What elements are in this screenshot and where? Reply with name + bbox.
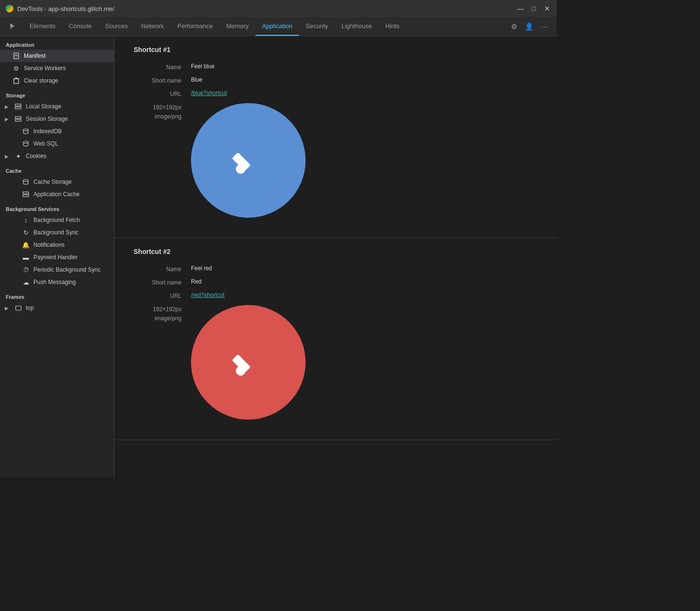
- svg-point-11: [23, 141, 28, 143]
- svg-rect-6: [15, 104, 21, 106]
- local-storage-label: Local Storage: [26, 103, 110, 110]
- minimize-button[interactable]: —: [517, 5, 524, 12]
- cache-storage-icon: [22, 178, 30, 186]
- shortcut-1-url-row: URL /blue?shortcut: [134, 90, 538, 97]
- sidebar-item-background-sync[interactable]: ↻ Background Sync: [0, 226, 114, 239]
- svg-rect-7: [15, 107, 21, 109]
- svg-point-10: [23, 129, 28, 131]
- payment-handler-label: Payment Handler: [33, 254, 110, 261]
- tab-bar: Elements Console Sources Network Perform…: [0, 17, 557, 36]
- background-fetch-icon: ↕: [22, 216, 30, 224]
- sidebar-item-local-storage[interactable]: ▶ Local Storage: [0, 100, 114, 113]
- sidebar-item-periodic-background-sync[interactable]: ⏱ Periodic Background Sync: [0, 263, 114, 276]
- clear-storage-label: Clear storage: [24, 77, 110, 84]
- tab-bar-actions: ⚙ 👤 ⋯: [507, 17, 555, 36]
- push-messaging-label: Push Messaging: [33, 279, 110, 285]
- shortcut-2-format: image/png: [134, 314, 181, 323]
- close-button[interactable]: ✕: [543, 5, 551, 12]
- application-cache-icon: [22, 190, 30, 198]
- svg-point-12: [23, 179, 28, 181]
- top-arrow: ▶: [5, 306, 11, 311]
- title-bar-text: DevTools - app-shortcuts.glitch.me/: [17, 5, 513, 12]
- shortcut-1-section: Shortcut #1 Name Feel blue Short name Bl…: [115, 36, 557, 238]
- notifications-icon: 🔔: [22, 241, 30, 249]
- sidebar-item-service-workers[interactable]: ⚙ Service Workers: [0, 62, 114, 74]
- service-workers-icon: ⚙: [12, 64, 20, 72]
- sidebar-item-indexeddb[interactable]: IndexedDB: [0, 125, 114, 137]
- periodic-background-sync-icon: ⏱: [22, 266, 30, 274]
- sidebar-item-manifest[interactable]: Manifest: [0, 50, 114, 62]
- session-storage-arrow: ▶: [5, 116, 11, 122]
- shortcut-2-shortname-row: Short name Red: [134, 278, 538, 286]
- svg-point-17: [236, 164, 245, 174]
- tab-memory[interactable]: Memory: [220, 17, 255, 36]
- payment-handler-icon: ▬: [22, 253, 30, 261]
- tab-console[interactable]: Console: [62, 17, 98, 36]
- cookies-label: Cookies: [26, 153, 110, 159]
- session-storage-icon: [14, 115, 22, 123]
- sidebar-item-push-messaging[interactable]: ☁ Push Messaging: [0, 276, 114, 288]
- sidebar-item-web-sql[interactable]: Web SQL: [0, 137, 114, 150]
- svg-point-19: [236, 366, 245, 376]
- cookies-icon: ✦: [14, 152, 22, 160]
- tab-application[interactable]: Application: [255, 17, 299, 36]
- sidebar-item-clear-storage[interactable]: Clear storage: [0, 74, 114, 87]
- tab-lighthouse[interactable]: Lighthouse: [335, 17, 379, 36]
- application-cache-label: Application Cache: [33, 191, 110, 198]
- shortcut-1-shortname-value: Blue: [191, 76, 202, 83]
- svg-rect-14: [23, 195, 29, 197]
- sidebar-item-background-fetch[interactable]: ↕ Background Fetch: [0, 214, 114, 226]
- notifications-label: Notifications: [33, 242, 110, 248]
- sidebar-item-cookies[interactable]: ▶ ✦ Cookies: [0, 150, 114, 162]
- sidebar-item-notifications[interactable]: 🔔 Notifications: [0, 239, 114, 251]
- shortcut-1-url-value[interactable]: /blue?shortcut: [191, 90, 227, 96]
- manifest-label: Manifest: [24, 53, 110, 59]
- local-storage-icon: [14, 103, 22, 110]
- tab-elements[interactable]: Elements: [23, 17, 62, 36]
- shortcut-2-image-info: 192×192px image/png: [134, 305, 191, 323]
- shortcut-1-dimensions: 192×192px: [134, 103, 181, 112]
- shortcut-2-url-value[interactable]: /red?shortcut: [191, 292, 224, 298]
- tab-security[interactable]: Security: [299, 17, 335, 36]
- tab-hints[interactable]: Hints: [379, 17, 406, 36]
- tab-cursor[interactable]: [2, 17, 23, 36]
- tab-performance[interactable]: Performance: [170, 17, 219, 36]
- sidebar: Application Manifest ⚙ Service Workers C…: [0, 36, 115, 477]
- shortcut-2-image-row: 192×192px image/png: [134, 305, 538, 420]
- shortcut-1-icon-preview: [191, 103, 306, 218]
- shortcut-2-shortname-label: Short name: [134, 278, 191, 286]
- manifest-icon: [12, 52, 20, 60]
- sidebar-item-session-storage[interactable]: ▶ Session Storage: [0, 113, 114, 125]
- svg-rect-15: [16, 306, 21, 310]
- maximize-button[interactable]: □: [530, 5, 538, 12]
- user-button[interactable]: 👤: [522, 20, 536, 33]
- sidebar-item-top[interactable]: ▶ top: [0, 302, 114, 314]
- shortcut-2-dimensions: 192×192px: [134, 305, 181, 314]
- shortcut-2-icon-preview: [191, 305, 306, 420]
- settings-button[interactable]: ⚙: [507, 20, 520, 33]
- shortcut-1-format: image/png: [134, 112, 181, 121]
- service-workers-label: Service Workers: [24, 65, 110, 72]
- svg-rect-3: [14, 79, 19, 84]
- content-area: Shortcut #1 Name Feel blue Short name Bl…: [115, 36, 557, 477]
- devtools-icon: [6, 5, 13, 12]
- shortcut-2-url-label: URL: [134, 292, 191, 299]
- main-layout: Application Manifest ⚙ Service Workers C…: [0, 36, 557, 477]
- svg-rect-9: [15, 119, 21, 121]
- shortcut-2-title: Shortcut #2: [134, 248, 538, 255]
- top-icon: [14, 304, 22, 312]
- tab-sources[interactable]: Sources: [98, 17, 135, 36]
- more-button[interactable]: ⋯: [538, 20, 551, 33]
- tab-network[interactable]: Network: [135, 17, 171, 36]
- sidebar-item-application-cache[interactable]: Application Cache: [0, 188, 114, 200]
- shortcut-1-shortname-label: Short name: [134, 76, 191, 84]
- svg-rect-13: [23, 192, 29, 194]
- brush-icon-blue: [229, 141, 267, 179]
- sidebar-section-frames: Frames: [0, 288, 114, 302]
- sidebar-item-payment-handler[interactable]: ▬ Payment Handler: [0, 251, 114, 263]
- svg-rect-8: [15, 116, 21, 118]
- sidebar-item-cache-storage[interactable]: Cache Storage: [0, 176, 114, 188]
- periodic-background-sync-label: Periodic Background Sync: [33, 266, 110, 273]
- web-sql-icon: [22, 140, 30, 147]
- background-sync-icon: ↻: [22, 229, 30, 236]
